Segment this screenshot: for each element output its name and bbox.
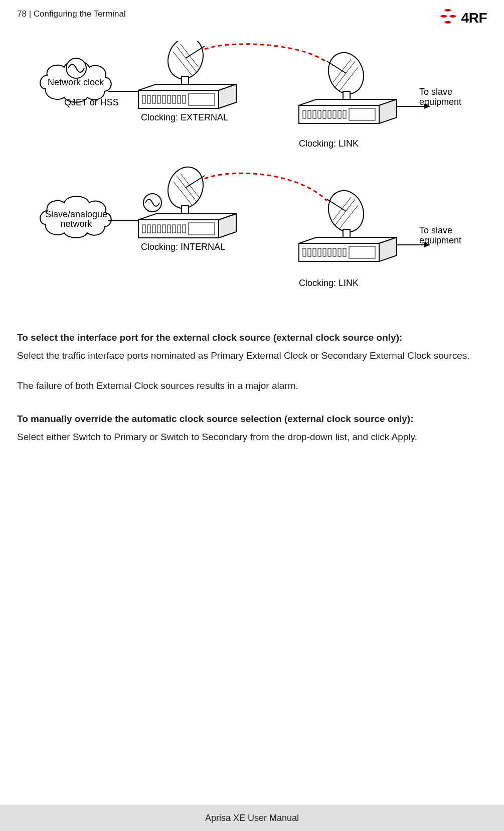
- paragraph-select-interface: Select the traffic interface ports nomin…: [17, 349, 487, 362]
- svg-rect-76: [343, 248, 346, 256]
- svg-rect-19: [189, 93, 215, 105]
- svg-rect-75: [338, 248, 341, 256]
- svg-rect-10: [142, 95, 145, 103]
- svg-rect-72: [323, 248, 326, 256]
- svg-rect-17: [178, 95, 181, 103]
- svg-rect-15: [167, 95, 171, 103]
- svg-rect-51: [152, 225, 155, 233]
- clocking-link-label-bottom: Clocking: LINK: [299, 278, 359, 289]
- brand-logo: 4RF: [439, 9, 487, 27]
- paragraph-manual-override: Select either Switch to Primary or Switc…: [17, 431, 487, 444]
- radio-bottom-left: [138, 162, 236, 238]
- page: 78 | Configuring the Terminal 4RF: [0, 0, 504, 831]
- svg-rect-36: [338, 110, 341, 118]
- to-slave-label-bottom: To slave equipment: [419, 226, 461, 246]
- svg-rect-11: [147, 95, 150, 103]
- radio-top-left: [138, 41, 236, 108]
- svg-rect-13: [157, 95, 160, 103]
- clocking-internal-label: Clocking: INTERNAL: [141, 242, 225, 252]
- svg-rect-73: [328, 248, 331, 256]
- svg-rect-53: [162, 225, 165, 233]
- svg-rect-77: [349, 246, 375, 258]
- clocking-link-label-top: Clocking: LINK: [299, 138, 359, 149]
- section-title: Configuring the Terminal: [34, 9, 126, 19]
- header-separator: |: [27, 9, 34, 19]
- svg-rect-70: [313, 248, 316, 256]
- svg-rect-50: [147, 225, 150, 233]
- svg-rect-33: [323, 110, 326, 118]
- svg-rect-16: [173, 95, 176, 103]
- clocking-external-label: Clocking: EXTERNAL: [141, 112, 228, 123]
- svg-rect-68: [303, 248, 306, 256]
- svg-rect-57: [183, 225, 186, 233]
- qjet-hss-label: QJET or HSS: [64, 97, 119, 108]
- logo-text: 4RF: [461, 10, 487, 26]
- svg-rect-32: [318, 110, 321, 118]
- svg-rect-37: [343, 110, 346, 118]
- logo-icon: [439, 9, 459, 27]
- to-slave-label-top: To slave equipment: [419, 87, 461, 107]
- page-header: 78 | Configuring the Terminal 4RF: [17, 9, 487, 30]
- heading-manual-override: To manually override the automatic clock…: [17, 412, 487, 426]
- footer-text: Aprisa XE User Manual: [205, 813, 299, 823]
- svg-rect-58: [189, 223, 215, 235]
- svg-rect-52: [157, 225, 160, 233]
- svg-rect-34: [328, 110, 331, 118]
- svg-rect-35: [333, 110, 336, 118]
- header-text: 78 | Configuring the Terminal: [17, 9, 126, 19]
- terminal-clocking-diagram: Network clock QJET or HSS Clocking: EXTE…: [38, 41, 459, 311]
- svg-rect-38: [349, 108, 375, 120]
- heading-select-interface: To select the interface port for the ext…: [17, 331, 487, 344]
- svg-rect-30: [308, 110, 311, 118]
- svg-rect-49: [142, 225, 145, 233]
- paragraph-alarm: The failure of both External Clock sourc…: [17, 379, 487, 392]
- svg-rect-54: [167, 225, 171, 233]
- rf-link-bottom: [205, 173, 327, 201]
- page-number: 78: [17, 9, 27, 19]
- radio-bottom-right: [299, 186, 397, 261]
- svg-rect-69: [308, 248, 311, 256]
- svg-rect-12: [152, 95, 155, 103]
- svg-rect-29: [303, 110, 306, 118]
- svg-rect-14: [162, 95, 165, 103]
- svg-rect-55: [173, 225, 176, 233]
- radio-top-right: [299, 48, 397, 123]
- svg-rect-74: [333, 248, 336, 256]
- rf-link-top: [205, 44, 327, 62]
- svg-rect-56: [178, 225, 181, 233]
- svg-rect-18: [183, 95, 186, 103]
- page-footer: Aprisa XE User Manual: [0, 805, 504, 831]
- svg-rect-31: [313, 110, 316, 118]
- svg-rect-71: [318, 248, 321, 256]
